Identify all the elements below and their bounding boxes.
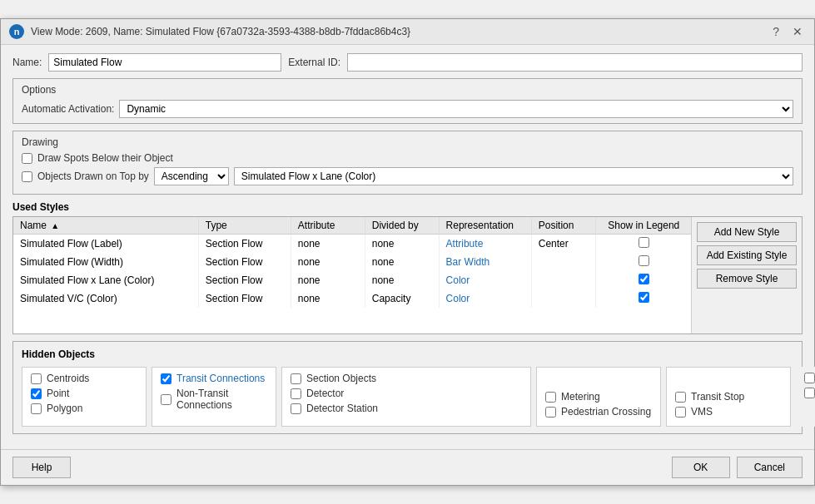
draw-spots-label: Draw Spots Below their Object (37, 152, 173, 164)
draw-spots-checkbox[interactable] (22, 153, 32, 164)
transit-stop-checkbox[interactable] (675, 392, 686, 403)
help-button[interactable]: Help (12, 457, 71, 478)
row-type: Section Flow (198, 235, 291, 254)
col-legend-header: Show in Legend (596, 217, 691, 235)
order-select[interactable]: Ascending Descending (154, 167, 229, 185)
transit-connections-label: Transit Connections (176, 373, 265, 384)
transit-stop-label: Transit Stop (691, 391, 744, 403)
vms-checkbox[interactable] (675, 407, 686, 418)
styles-table-area: Name ▲ Type Attribute Divided by Represe… (13, 217, 691, 334)
remove-style-button[interactable]: Remove Style (697, 269, 797, 289)
ok-button[interactable]: OK (672, 457, 730, 478)
legend-checkbox[interactable] (639, 274, 649, 284)
pedestrian-crossing-label: Pedestrian Crossing (561, 406, 651, 418)
turns-row: Turns (804, 387, 815, 398)
close-title-button[interactable]: ✕ (789, 25, 806, 38)
centroids-checkbox[interactable] (31, 373, 42, 384)
row-position (531, 271, 596, 289)
styles-table-scroll[interactable]: Name ▲ Type Attribute Divided by Represe… (13, 217, 691, 334)
used-styles-container: Used Styles Name ▲ Type Attribute Divide… (12, 201, 803, 334)
legend-checkbox[interactable] (639, 255, 649, 266)
title-bar-left: n View Mode: 2609, Name: Simulated Flow … (9, 24, 410, 39)
detector-station-row: Detector Station (291, 403, 522, 414)
options-title: Options (22, 84, 793, 96)
footer-right: OK Cancel (672, 457, 803, 478)
help-title-button[interactable]: ? (769, 25, 783, 38)
auto-activation-row: Automatic Activation: Dynamic (22, 100, 793, 118)
hidden-col-6: Nodes Supernodes Turns (796, 367, 815, 427)
row-type: Section Flow (198, 253, 291, 271)
detector-station-checkbox[interactable] (291, 403, 301, 414)
row-divided-by: none (365, 271, 439, 289)
row-type: Section Flow (198, 289, 291, 308)
row-name: Simulated Flow x Lane (Color) (13, 271, 198, 289)
row-name: Simulated Flow (Width) (13, 253, 198, 271)
non-transit-conn-row: Non-Transit Connections (161, 388, 267, 411)
metering-label: Metering (561, 391, 600, 403)
hidden-col-4: Metering Pedestrian Crossing (536, 367, 661, 427)
transit-conn-row: Transit Connections (161, 373, 267, 384)
row-divided-by: none (365, 253, 439, 271)
polygon-checkbox[interactable] (31, 403, 42, 414)
point-row: Point (31, 388, 137, 399)
pedestrian-crossing-checkbox[interactable] (545, 407, 556, 418)
legend-checkbox[interactable] (639, 292, 649, 303)
add-existing-style-button[interactable]: Add Existing Style (697, 245, 797, 265)
objects-drawn-checkbox[interactable] (22, 171, 32, 182)
table-row[interactable]: Simulated V/C (Color)Section FlownoneCap… (13, 289, 691, 308)
content-area: Name: External ID: Options Automatic Act… (1, 45, 814, 449)
section-objects-checkbox[interactable] (291, 373, 301, 384)
hidden-objects-title: Hidden Objects (22, 348, 793, 360)
polygon-row: Polygon (31, 403, 137, 414)
non-transit-connections-label: Non-Transit Connections (176, 388, 267, 411)
external-id-input[interactable] (347, 53, 803, 72)
col-type-header: Type (198, 217, 291, 235)
used-styles-title: Used Styles (12, 201, 803, 213)
add-new-style-button[interactable]: Add New Style (697, 222, 797, 242)
row-divided-by: Capacity (365, 289, 439, 308)
row-name: Simulated V/C (Color) (13, 289, 198, 308)
hidden-objects-group: Hidden Objects Centroids Point Polygon (12, 341, 803, 434)
section-objects-row: Section Objects (291, 373, 522, 384)
row-representation: Attribute (439, 235, 531, 254)
detector-label: Detector (306, 388, 344, 399)
table-row[interactable]: Simulated Flow (Width)Section Flownoneno… (13, 253, 691, 271)
hidden-objects-grid: Centroids Point Polygon Transit (22, 367, 793, 427)
window-title: View Mode: 2609, Name: Simulated Flow {6… (31, 26, 410, 37)
cancel-button[interactable]: Cancel (737, 457, 803, 478)
hidden-col-1: Centroids Point Polygon (22, 367, 147, 427)
non-transit-connections-checkbox[interactable] (161, 394, 171, 405)
point-checkbox[interactable] (31, 388, 42, 399)
row-position (531, 289, 596, 308)
legend-checkbox[interactable] (639, 237, 649, 248)
row-type: Section Flow (198, 271, 291, 289)
row-representation: Bar Width (439, 253, 531, 271)
point-label: Point (47, 388, 69, 399)
section-objects-label: Section Objects (306, 373, 376, 384)
turns-checkbox[interactable] (804, 388, 815, 398)
footer: Help OK Cancel (1, 449, 814, 485)
auto-activation-select[interactable]: Dynamic (119, 100, 793, 118)
col-name-header: Name ▲ (13, 217, 198, 235)
detector-checkbox[interactable] (291, 388, 301, 399)
name-input[interactable] (48, 53, 281, 72)
table-row[interactable]: Simulated Flow (Label)Section Flownoneno… (13, 235, 691, 254)
drawing-group: Drawing Draw Spots Below their Object Ob… (12, 131, 803, 195)
hidden-col-2: Transit Connections Non-Transit Connecti… (152, 367, 276, 427)
layer-select[interactable]: Simulated Flow x Lane (Color) (234, 167, 793, 185)
nodes-checkbox[interactable] (804, 373, 815, 383)
row-show-in-legend (596, 271, 691, 289)
vms-label: VMS (691, 406, 713, 418)
transit-connections-checkbox[interactable] (161, 373, 171, 384)
styles-tbody: Simulated Flow (Label)Section Flownoneno… (13, 235, 691, 309)
transit-stop-row: Transit Stop (675, 391, 782, 403)
table-row[interactable]: Simulated Flow x Lane (Color)Section Flo… (13, 271, 691, 289)
pedestrian-crossing-row: Pedestrian Crossing (545, 406, 652, 418)
nodes-row: Nodes Supernodes (804, 372, 815, 383)
objects-drawn-row: Objects Drawn on Top by Ascending Descen… (22, 167, 793, 185)
metering-checkbox[interactable] (545, 392, 556, 403)
drawing-title: Drawing (22, 136, 793, 148)
col-rep-header: Representation (439, 217, 531, 235)
title-bar-right: ? ✕ (769, 25, 806, 38)
draw-spots-row: Draw Spots Below their Object (22, 152, 793, 164)
